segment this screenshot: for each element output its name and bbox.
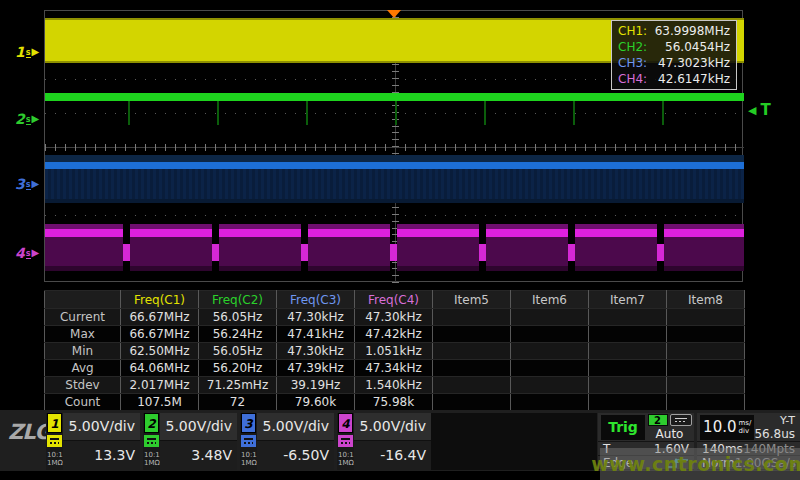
channel-4-position-marker[interactable]: 4s▶ [15, 246, 39, 260]
coupling-glyph: s [26, 250, 31, 259]
channel-1-position-marker[interactable]: 1s▶ [15, 45, 39, 59]
channel-number: 2 [15, 112, 25, 126]
table-column-header[interactable]: Item6 [511, 291, 589, 309]
trigger-position-marker-icon[interactable] [387, 10, 401, 18]
channel-panel-left: 310:11MΩ [240, 413, 257, 470]
table-row-label: Max [45, 326, 121, 343]
coupling-glyph: s [26, 116, 31, 125]
channel-number-badge[interactable]: 2 [144, 413, 159, 433]
table-cell [433, 360, 511, 377]
ch2-trace-glitches [45, 101, 744, 125]
ch4-trace-noise [45, 266, 744, 271]
overlay-frequency-value: 42.6147kHz [658, 71, 730, 87]
trigger-delay[interactable]: 56.8us [754, 427, 795, 441]
table-cell: 47.30kHz [355, 309, 433, 326]
right-arrow-icon: ▶ [32, 114, 40, 124]
vertical-offset[interactable]: -6.50V [257, 441, 334, 470]
table-cell [589, 326, 667, 343]
table-cell: 56.05Hz [199, 343, 277, 360]
channel-panel-left: 210:11MΩ [143, 413, 160, 470]
table-row-label: Min [45, 343, 121, 360]
trigger-coupling-dc-icon[interactable] [670, 414, 692, 426]
table-row-label: Avg [45, 360, 121, 377]
table-column-header[interactable]: Item5 [433, 291, 511, 309]
channel-2-position-marker[interactable]: 2s▶ [15, 112, 39, 126]
table-cell [667, 343, 745, 360]
table-cell [667, 394, 745, 411]
probe-attenuation: 10:11MΩ [144, 451, 159, 467]
right-arrow-icon: ▶ [32, 179, 40, 189]
table-cell: 56.05Hz [199, 309, 277, 326]
trigger-mode[interactable]: Auto [656, 427, 684, 441]
table-column-header[interactable]: Item7 [589, 291, 667, 309]
dc-coupling-icon[interactable] [47, 435, 62, 447]
overlay-row: CH1:63.9998MHz [612, 23, 736, 39]
table-cell: 56.20Hz [199, 360, 277, 377]
vertical-scale[interactable]: 5.00V/div [63, 413, 140, 441]
table-column-header[interactable]: Freq(C4) [355, 291, 433, 309]
channel-number-badge[interactable]: 1 [47, 413, 62, 433]
timebase-scale: 10.0 [703, 418, 736, 436]
channel-number-badge[interactable]: 3 [241, 413, 256, 433]
table-column-header[interactable]: Freq(C2) [199, 291, 277, 309]
timebase-scale-box[interactable]: 10.0 ms/div [700, 415, 754, 440]
channel-4-panel[interactable]: 410:11MΩ5.00V/div-16.4V [337, 413, 431, 470]
channel-panel-left: 110:11MΩ [46, 413, 63, 470]
table-cell: 72 [199, 394, 277, 411]
trigger-level-marker[interactable]: ◀ T [748, 101, 771, 119]
table-cell: 2.017MHz [121, 377, 199, 394]
table-cell [511, 326, 589, 343]
channel-3-position-marker[interactable]: 3s▶ [15, 177, 39, 191]
channel-3-panel[interactable]: 310:11MΩ5.00V/div-6.50V [240, 413, 334, 470]
table-cell [433, 326, 511, 343]
table-row: Min62.50MHz56.05Hz47.30kHz1.051kHz [45, 343, 745, 360]
channel-2-panel[interactable]: 210:11MΩ5.00V/div3.48V [143, 413, 237, 470]
vertical-scale[interactable]: 5.00V/div [257, 413, 334, 441]
measurement-table: Freq(C1)Freq(C2)Freq(C3)Freq(C4)Item5Ite… [44, 290, 745, 411]
table-cell: 47.30kHz [277, 309, 355, 326]
table-cell: 75.98k [355, 394, 433, 411]
display-mode[interactable]: Y-T [780, 414, 795, 427]
table-cell: 64.06MHz [121, 360, 199, 377]
vertical-scale[interactable]: 5.00V/div [160, 413, 237, 441]
oscilloscope-screen: ◀ T CH1:63.9998MHzCH2:56.0454HzCH3:47.30… [0, 0, 800, 480]
measurement-overlay: CH1:63.9998MHzCH2:56.0454HzCH3:47.3023kH… [611, 20, 737, 90]
channel-number-badge[interactable]: 4 [338, 413, 353, 433]
vertical-offset[interactable]: -16.4V [354, 441, 431, 470]
status-bar-empty-region [431, 413, 597, 470]
left-arrow-icon: ◀ [748, 104, 756, 117]
probe-attenuation: 10:11MΩ [47, 451, 62, 467]
table-corner-cell [45, 291, 121, 309]
dc-coupling-icon[interactable] [241, 435, 256, 447]
vertical-offset[interactable]: 3.48V [160, 441, 237, 470]
table-cell: 79.60k [277, 394, 355, 411]
channel-number: 4 [15, 246, 25, 260]
table-column-header[interactable]: Freq(C1) [121, 291, 199, 309]
table-cell: 66.67MHz [121, 326, 199, 343]
dc-coupling-icon[interactable] [338, 435, 353, 447]
table-cell: 107.5M [121, 394, 199, 411]
table-row-label: Stdev [45, 377, 121, 394]
ch3-trace-band [45, 169, 744, 199]
table-cell [511, 360, 589, 377]
trigger-source-badge[interactable]: 2 [648, 414, 668, 426]
table-column-header[interactable]: Item8 [667, 291, 745, 309]
ch3-trace [45, 162, 744, 169]
vertical-offset[interactable]: 13.3V [63, 441, 140, 470]
coupling-glyph: s [26, 49, 31, 58]
overlay-row: CH2:56.0454Hz [612, 39, 736, 55]
table-column-header[interactable]: Freq(C3) [277, 291, 355, 309]
channel-1-panel[interactable]: 110:11MΩ5.00V/div13.3V [46, 413, 140, 470]
vertical-scale[interactable]: 5.00V/div [354, 413, 431, 441]
table-row: Avg64.06MHz56.20Hz47.39kHz47.34kHz [45, 360, 745, 377]
overlay-frequency-value: 63.9998MHz [655, 23, 730, 39]
ch3-trace-noise [45, 155, 744, 162]
trigger-level-label: T [760, 101, 770, 119]
table-cell: 39.19Hz [277, 377, 355, 394]
table-cell: 62.50MHz [121, 343, 199, 360]
table-cell: 1.540kHz [355, 377, 433, 394]
dc-coupling-icon[interactable] [144, 435, 159, 447]
table-cell [589, 394, 667, 411]
overlay-channel-label: CH3: [618, 55, 647, 71]
overlay-channel-label: CH4: [618, 71, 647, 87]
